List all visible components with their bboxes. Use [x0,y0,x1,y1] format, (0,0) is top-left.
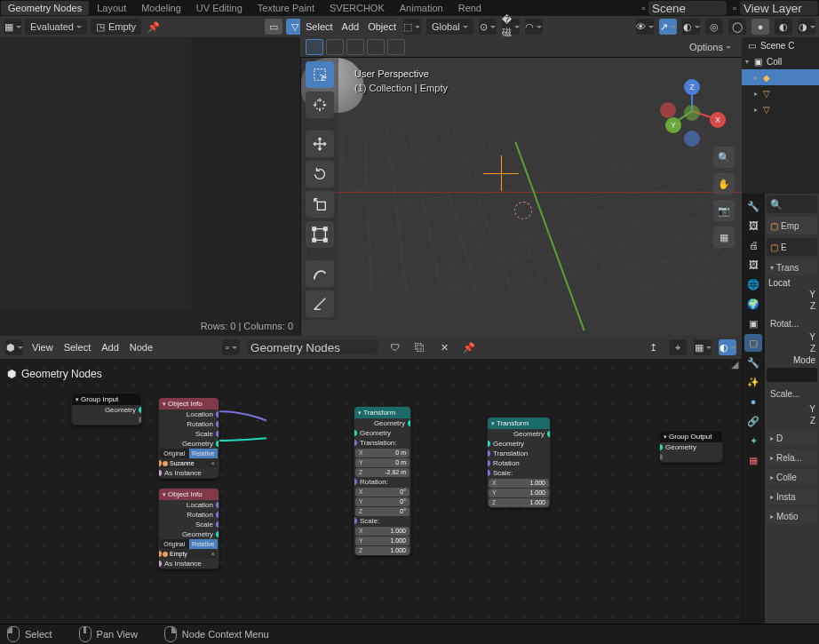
object-evaluation-dropdown[interactable]: Evaluated [25,19,87,35]
xray-button[interactable]: ◎ [705,19,723,35]
tool-annotate[interactable] [306,260,334,287]
node-editor[interactable]: ⬢ Geometry Nodes ◢ ▾Group Input Geometry… [0,359,742,624]
select-mode-intersect-icon[interactable] [387,39,405,55]
tab-sverchok[interactable]: SVERCHOK [322,1,392,15]
socket-location-out[interactable] [216,411,219,417]
pin-icon[interactable]: 📌 [145,19,163,35]
socket-scale-in[interactable] [487,470,490,476]
menu-add[interactable]: Add [99,342,121,353]
rotation-mode-dropdown[interactable] [767,368,817,382]
value-field[interactable]: X0 m [355,449,410,457]
socket-virtual-in[interactable] [659,454,663,460]
editor-type-dropdown[interactable]: ▦ [4,19,21,35]
duplicate-icon[interactable]: ⿻ [410,339,428,355]
prop-tab-modifiers-icon[interactable]: 🔧 [744,354,762,371]
panel-delta-header[interactable]: ▸D [767,430,817,446]
view-layer-selector[interactable]: ▫ [733,1,818,15]
spreadsheet-object-chip[interactable]: ◳ Empty [91,19,141,35]
menu-add[interactable]: Add [340,21,362,32]
node-object-info-2[interactable]: ▾Object Info Location Rotation Scale Geo… [158,488,219,569]
socket-geometry-out[interactable] [216,531,219,537]
outliner-collection-row[interactable]: ▾▣Coll [742,53,819,69]
prop-tab-particles-icon[interactable]: ✨ [744,373,762,391]
select-mode-subtract-icon[interactable] [346,39,364,55]
overlay-dropdown[interactable]: ◐ [682,19,700,35]
editor-type-dropdown[interactable]: ⬢ [5,339,23,355]
select-mode-extend-icon[interactable] [326,39,344,55]
clear-icon[interactable]: × [211,550,215,558]
prop-tab-viewlayer-icon[interactable]: 🖼 [744,256,762,274]
outliner-item[interactable]: ▸▽ [742,85,819,101]
prop-tab-object-icon[interactable]: ▢ [744,334,762,352]
socket-scale-out[interactable] [216,521,219,528]
pin-icon[interactable]: 📌 [460,339,478,355]
axis-neg-z-handle[interactable] [684,131,700,147]
socket-geometry-out[interactable] [408,420,411,426]
tab-geometry-nodes[interactable]: Geometry Nodes [1,1,89,15]
tool-select-box[interactable] [306,61,334,88]
value-field[interactable]: Y0° [355,497,410,506]
value-field[interactable]: Z1.000 [489,498,549,507]
socket-geometry-in[interactable] [354,430,357,436]
socket-scale-out[interactable] [216,431,219,437]
node-transform-1[interactable]: ▾Transform Geometry Geometry Translation… [354,406,411,556]
prop-tab-physics-icon[interactable]: ● [744,393,762,410]
tab-uv[interactable]: UV Editing [189,1,250,15]
shading-solid-button[interactable]: ● [751,19,769,35]
panel-motion-header[interactable]: ▸Motio [767,508,817,524]
panel-instancing-header[interactable]: ▸Insta [767,489,817,505]
value-field[interactable]: Z0° [355,507,410,516]
value-field[interactable]: Y1.000 [489,489,549,497]
gizmo-dropdown[interactable]: ↗ [659,19,677,35]
node-object-info-1[interactable]: ▾Object Info Location Rotation Scale Geo… [158,397,219,479]
select-mode-invert-icon[interactable] [367,39,385,55]
transform-orientation-icon[interactable]: ⬚ [403,19,421,35]
socket-as-instance-in[interactable] [158,561,162,567]
tool-measure[interactable] [306,290,334,317]
3d-viewport[interactable]: User Perspective (1) Collection | Empty … [300,57,744,338]
nodetree-name-input[interactable] [247,340,378,354]
node-group-input[interactable]: ▾Group Input Geometry [71,393,142,425]
menu-select[interactable]: Select [304,21,335,32]
tool-transform[interactable] [306,221,334,248]
prop-tab-constraints-icon[interactable]: 🔗 [744,412,762,430]
panel-collections-header[interactable]: ▸Colle [767,469,817,485]
axis-z-handle[interactable]: Z [684,79,700,95]
prop-tab-render-icon[interactable]: 🖼 [744,217,762,235]
workspace-tabs[interactable]: Geometry Nodes Layout Modeling UV Editin… [0,0,819,16]
browse-icon[interactable]: ▫ [641,3,645,13]
visibility-dropdown[interactable]: 👁 [636,19,654,35]
shading-popover[interactable]: ◑ [798,19,815,35]
prop-tab-scene-icon[interactable]: 🌐 [744,275,762,293]
tool-rotate[interactable] [306,161,334,187]
transform-orientation-dropdown[interactable]: Global [426,19,473,35]
socket-translation-in[interactable] [487,450,490,457]
tab-render[interactable]: Rend [451,1,489,15]
value-field[interactable]: Y1.000 [355,537,410,545]
node-group-output[interactable]: ▾Group Output Geometry [659,430,723,463]
socket-rotation-in[interactable] [354,479,357,485]
prop-tab-output-icon[interactable]: 🖨 [744,236,762,254]
menu-select[interactable]: Select [62,342,93,353]
tab-layout[interactable]: Layout [90,1,133,15]
socket-rotation-in[interactable] [487,460,490,466]
prop-tab-data-icon[interactable]: ✦ [744,432,762,449]
select-tool-button[interactable]: ▭ [265,19,282,35]
prop-tab-tool-icon[interactable]: 🔧 [744,197,762,215]
transform-space-toggle[interactable]: OriginalRelative [160,539,218,549]
outliner-item[interactable]: ▸▽ [742,101,819,117]
socket-geometry-in[interactable] [487,441,490,447]
axis-neg-x-handle[interactable] [660,102,676,118]
3d-cursor[interactable] [483,155,519,191]
prop-tab-collection-icon[interactable]: ▣ [744,314,762,332]
socket-geometry-out[interactable] [139,407,142,413]
value-field[interactable]: X1.000 [489,479,549,488]
zoom-icon[interactable]: 🔍 [713,147,735,168]
socket-rotation-out[interactable] [216,421,219,427]
parent-tree-icon[interactable]: ↥ [644,339,662,355]
pan-icon[interactable]: ✋ [713,173,735,195]
tool-cursor[interactable] [306,91,334,118]
socket-as-instance-in[interactable] [158,470,162,476]
value-field[interactable]: X1.000 [355,527,410,536]
axis-y-handle[interactable]: Y [665,117,681,133]
